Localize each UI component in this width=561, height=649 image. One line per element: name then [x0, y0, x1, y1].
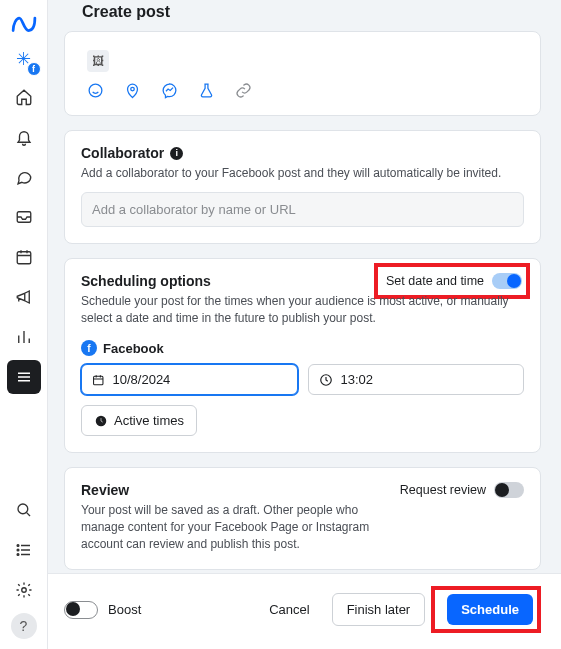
header: Create post — [48, 0, 561, 31]
info-icon[interactable]: i — [170, 147, 183, 160]
calendar-icon — [92, 373, 105, 387]
composer-toolbar — [81, 80, 524, 105]
svg-point-4 — [17, 549, 19, 551]
svg-point-2 — [18, 504, 28, 514]
meta-logo — [10, 10, 38, 38]
time-input[interactable]: 13:02 — [308, 364, 525, 395]
nav-insights-icon[interactable] — [7, 320, 41, 354]
scheduling-title: Scheduling options — [81, 273, 211, 289]
flask-icon[interactable] — [198, 82, 215, 103]
clock-icon — [319, 373, 333, 387]
nav-help-icon[interactable]: ? — [11, 613, 37, 639]
composer-card: 🖼 — [64, 31, 541, 116]
set-date-time-label: Set date and time — [386, 274, 484, 288]
footer-bar: Boost Cancel Finish later Schedule — [48, 573, 561, 649]
svg-rect-1 — [17, 252, 31, 264]
messenger-icon[interactable] — [161, 82, 178, 103]
nav-all-tools-icon[interactable] — [7, 360, 41, 394]
page-title: Create post — [82, 3, 561, 21]
emoji-icon[interactable] — [87, 82, 104, 103]
facebook-icon: f — [81, 340, 97, 356]
collaborator-card: Collaborator i Add a collaborator to you… — [64, 130, 541, 244]
content-scroll[interactable]: 🖼 Collaborator i Add a collaborator to y… — [48, 31, 561, 573]
date-field[interactable] — [113, 372, 287, 387]
collaborator-field[interactable] — [92, 202, 513, 217]
nav-home-icon[interactable] — [7, 80, 41, 114]
nav-calendar-icon[interactable] — [7, 240, 41, 274]
page-avatar[interactable]: ✳f — [9, 44, 39, 74]
boost-toggle[interactable] — [64, 601, 98, 619]
svg-point-8 — [131, 87, 135, 91]
platform-label: Facebook — [103, 341, 164, 356]
set-date-time-toggle[interactable] — [492, 273, 522, 289]
scheduling-desc: Schedule your post for the times when yo… — [81, 293, 524, 327]
clock-fill-icon — [94, 414, 108, 428]
svg-point-3 — [17, 545, 19, 547]
nav-bell-icon[interactable] — [7, 120, 41, 154]
media-thumbnail[interactable]: 🖼 — [87, 50, 109, 72]
left-nav: ✳f ? — [0, 0, 48, 649]
svg-point-5 — [17, 554, 19, 556]
collaborator-desc: Add a collaborator to your Facebook post… — [81, 165, 524, 182]
svg-point-6 — [21, 588, 26, 593]
nav-settings-icon[interactable] — [7, 573, 41, 607]
svg-rect-9 — [94, 376, 103, 384]
collaborator-input[interactable] — [81, 192, 524, 227]
finish-later-button[interactable]: Finish later — [332, 593, 426, 626]
cancel-button[interactable]: Cancel — [255, 594, 323, 625]
nav-megaphone-icon[interactable] — [7, 280, 41, 314]
schedule-button[interactable]: Schedule — [447, 594, 533, 625]
nav-chat-icon[interactable] — [7, 160, 41, 194]
date-input[interactable] — [81, 364, 298, 395]
link-icon[interactable] — [235, 82, 252, 103]
request-review-label: Request review — [400, 483, 486, 497]
request-review-toggle[interactable] — [494, 482, 524, 498]
review-desc: Your post will be saved as a draft. Othe… — [81, 502, 391, 552]
nav-search-icon[interactable] — [7, 493, 41, 527]
active-times-label: Active times — [114, 413, 184, 428]
scheduling-card: Scheduling options Set date and time Sch… — [64, 258, 541, 454]
nav-inbox-icon[interactable] — [7, 200, 41, 234]
nav-list-icon[interactable] — [7, 533, 41, 567]
svg-point-7 — [89, 84, 102, 97]
time-value: 13:02 — [341, 372, 374, 387]
collaborator-title: Collaborator — [81, 145, 164, 161]
review-title: Review — [81, 482, 129, 498]
active-times-button[interactable]: Active times — [81, 405, 197, 436]
review-card: Review Request review Your post will be … — [64, 467, 541, 569]
boost-label: Boost — [108, 602, 141, 617]
location-icon[interactable] — [124, 82, 141, 103]
highlight-schedule: Schedule — [431, 586, 541, 633]
